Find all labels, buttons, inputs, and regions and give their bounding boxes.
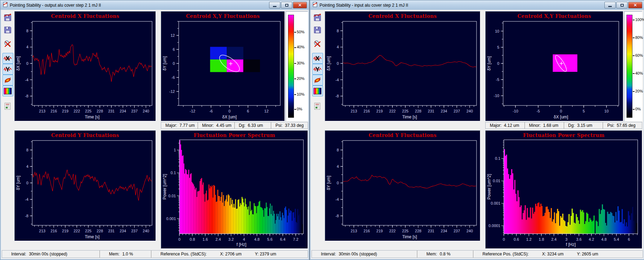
colorbar-tick: 0% <box>633 107 641 111</box>
svg-text:219: 219 <box>376 229 383 233</box>
plot-power-spectrum-panel: 00.61.21.82.433.64.24.85.460.10.010.0010… <box>485 130 642 249</box>
close-button[interactable]: ✕ <box>293 2 307 8</box>
plot-centroid-y-panel: 213216219222225228231234237240840-4-8Tim… <box>14 130 156 241</box>
svg-text:10: 10 <box>604 109 609 113</box>
toggle-centroid-map-button[interactable] <box>2 75 13 85</box>
stat-psi: Psi:37.33 deg <box>271 122 308 129</box>
centroid-xy-plot: -10-505101050-5-10δX [um]δY [um] <box>486 12 624 122</box>
report-button[interactable] <box>312 101 323 111</box>
svg-text:4: 4 <box>26 164 28 169</box>
client-area: XY 213216219222225228231234237240840-4-8… <box>1 10 308 259</box>
centroid-x-plot: 213216219222225228231234237240840-4-8Tim… <box>15 12 156 122</box>
maximize-button[interactable] <box>616 2 628 8</box>
svg-text:3.6: 3.6 <box>576 237 582 241</box>
colorbar-tick: 0% <box>294 107 302 111</box>
svg-text:-12: -12 <box>169 89 175 94</box>
svg-text:δX [um]: δX [um] <box>554 115 568 119</box>
toggle-x-fluctuations-button[interactable]: X <box>312 53 323 64</box>
svg-text:231: 231 <box>108 109 115 113</box>
plot-power-spectrum-panel: 00.81.62.43.244.85.66.47.210.10.010.001f… <box>161 130 308 249</box>
save-annotated-button[interactable] <box>312 12 323 23</box>
svg-text:10: 10 <box>495 29 499 33</box>
svg-text:237: 237 <box>453 109 460 113</box>
svg-text:0.001: 0.001 <box>166 217 176 221</box>
stat-major: Major:7.77 um <box>161 122 198 129</box>
svg-text:0.1: 0.1 <box>495 156 500 160</box>
colorbar-tick: 20% <box>294 76 304 81</box>
app-icon <box>2 2 8 9</box>
svg-text:225: 225 <box>85 229 91 233</box>
colorbar-tick: 50% <box>294 30 304 34</box>
stat-dg: Dg:6.33 um <box>234 122 271 129</box>
svg-text:Y: Y <box>315 66 320 73</box>
svg-text:δY [um]: δY [um] <box>16 176 21 190</box>
svg-text:216: 216 <box>363 229 370 233</box>
svg-text:4: 4 <box>243 237 245 241</box>
save-button[interactable] <box>312 24 323 35</box>
svg-text:0: 0 <box>503 237 505 241</box>
svg-text:-6: -6 <box>171 75 175 80</box>
minimize-button[interactable] <box>269 2 280 8</box>
svg-text:228: 228 <box>97 109 103 113</box>
maximize-icon <box>285 4 288 7</box>
zoom-off-button[interactable] <box>312 39 323 49</box>
maximize-icon <box>621 4 624 7</box>
svg-text:0.01: 0.01 <box>493 179 500 183</box>
svg-text:-8: -8 <box>25 94 28 98</box>
stat-minor: Minor:1.68 um <box>525 122 564 129</box>
svg-text:6: 6 <box>628 237 630 241</box>
svg-text:X: X <box>6 55 10 62</box>
svg-text:0.0001: 0.0001 <box>488 224 500 228</box>
svg-text:7.2: 7.2 <box>293 237 298 241</box>
plot-centroid-xy-panel: -12-606121260-6-12δX [um]δY [um] Centroi… <box>161 11 285 121</box>
svg-text:222: 222 <box>74 109 80 113</box>
svg-text:8: 8 <box>337 29 339 33</box>
svg-text:228: 228 <box>97 229 103 233</box>
svg-text:0.01: 0.01 <box>169 194 176 198</box>
title-bar[interactable]: Pointing Stability - input alu cover ste… <box>310 0 644 10</box>
centroid-y-plot: 213216219222225228231234237240840-4-8Tim… <box>15 131 156 241</box>
svg-text:Time [s]: Time [s] <box>402 115 417 119</box>
ellipse-stats-bar: Major:7.77 um Minor:4.45 um Dg:6.33 um P… <box>161 122 308 129</box>
svg-text:-8: -8 <box>335 94 339 98</box>
toggle-y-fluctuations-button[interactable]: Y <box>2 64 13 75</box>
svg-text:219: 219 <box>376 109 383 113</box>
app-icon <box>312 2 318 9</box>
minimize-button[interactable] <box>604 2 616 8</box>
svg-text:4: 4 <box>26 45 28 49</box>
svg-text:4: 4 <box>337 45 339 49</box>
zoom-off-button[interactable] <box>2 39 13 49</box>
svg-text:-8: -8 <box>335 214 339 218</box>
maximize-button[interactable] <box>281 2 292 8</box>
title-bar[interactable]: Pointing Stability - output alu cover st… <box>0 0 309 10</box>
svg-text:228: 228 <box>415 109 421 113</box>
save-annotated-button[interactable] <box>2 12 13 23</box>
svg-text:0: 0 <box>26 61 28 66</box>
colorbar-tick: 30% <box>294 61 304 65</box>
svg-text:234: 234 <box>120 109 126 113</box>
toggle-power-spectrum-button[interactable] <box>2 85 13 96</box>
svg-text:0: 0 <box>337 61 339 66</box>
svg-text:4: 4 <box>337 164 339 169</box>
svg-text:213: 213 <box>39 229 45 233</box>
status-bar: Interval:30min 00s (stopped) Mem:1.0 % R… <box>2 250 308 258</box>
svg-text:X: X <box>315 55 320 62</box>
toggle-power-spectrum-button[interactable] <box>312 85 323 96</box>
svg-text:-10: -10 <box>513 109 518 113</box>
colorbar-tick: 20% <box>633 89 643 93</box>
report-button[interactable] <box>2 101 13 111</box>
toggle-x-fluctuations-button[interactable]: X <box>2 53 13 64</box>
svg-text:216: 216 <box>50 109 57 113</box>
svg-text:8: 8 <box>26 148 28 152</box>
save-button[interactable] <box>2 24 13 35</box>
colorbar-gradient <box>288 15 294 118</box>
svg-text:12: 12 <box>264 109 268 113</box>
close-button[interactable]: ✕ <box>628 2 642 8</box>
colorbar-tick: 10% <box>294 92 304 96</box>
svg-text:0.8: 0.8 <box>190 237 195 241</box>
svg-text:δY [um]: δY [um] <box>326 176 331 190</box>
toggle-y-fluctuations-button[interactable]: Y <box>312 64 323 75</box>
svg-text:12: 12 <box>171 33 175 37</box>
toggle-centroid-map-button[interactable] <box>312 75 323 85</box>
svg-text:225: 225 <box>402 109 409 113</box>
